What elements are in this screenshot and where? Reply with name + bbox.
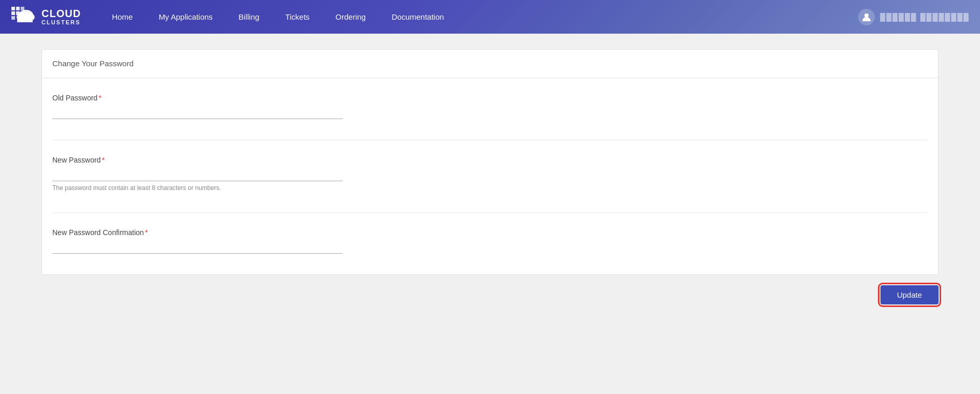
svg-rect-1: [16, 7, 20, 10]
page-content: Change Your Password Old Password* New P…: [0, 34, 980, 330]
nav-links: Home My Applications Billing Tickets Ord…: [112, 12, 858, 21]
old-password-input[interactable]: [52, 106, 343, 119]
brand-sub: CLUSTERS: [41, 19, 81, 25]
new-password-field: New Password* The password must contain …: [52, 156, 928, 192]
update-button[interactable]: Update: [880, 285, 939, 304]
field-divider-1: [52, 140, 928, 140]
card-header: Change Your Password: [42, 50, 938, 78]
confirm-password-label: New Password Confirmation*: [52, 228, 928, 237]
svg-rect-4: [21, 7, 24, 10]
brand-name: CLOUD: [41, 8, 81, 19]
new-password-input[interactable]: [52, 168, 343, 181]
user-avatar-icon[interactable]: [858, 9, 875, 25]
old-password-label: Old Password*: [52, 94, 928, 102]
nav-tickets[interactable]: Tickets: [285, 12, 309, 21]
confirm-password-required: *: [145, 228, 148, 237]
svg-rect-2: [11, 11, 15, 15]
confirm-password-field: New Password Confirmation*: [52, 228, 928, 254]
cloud-logo-icon: [10, 6, 36, 28]
nav-ordering[interactable]: Ordering: [335, 12, 365, 21]
nav-home[interactable]: Home: [112, 12, 133, 21]
card-body: Old Password* New Password* The password…: [42, 78, 938, 274]
svg-rect-9: [17, 17, 33, 22]
new-password-required: *: [102, 156, 104, 164]
svg-point-10: [864, 13, 869, 18]
change-password-card: Change Your Password Old Password* New P…: [41, 49, 939, 275]
navbar: CLOUD CLUSTERS Home My Applications Bill…: [0, 0, 980, 34]
nav-my-applications[interactable]: My Applications: [159, 12, 212, 21]
nav-billing[interactable]: Billing: [238, 12, 259, 21]
brand-logo-link[interactable]: CLOUD CLUSTERS: [10, 6, 81, 28]
old-password-field: Old Password*: [52, 94, 928, 119]
old-password-required: *: [98, 94, 101, 102]
navbar-right: ██████ ████████: [858, 9, 970, 25]
confirm-password-input[interactable]: [52, 241, 343, 254]
svg-rect-0: [11, 7, 15, 10]
new-password-hint: The password must contain at least 8 cha…: [52, 184, 928, 192]
brand-text: CLOUD CLUSTERS: [41, 8, 81, 25]
form-actions: Update: [41, 285, 939, 315]
svg-rect-5: [11, 16, 15, 20]
user-name: ██████ ████████: [880, 13, 970, 21]
person-icon: [861, 12, 872, 22]
nav-documentation[interactable]: Documentation: [392, 12, 444, 21]
card-title: Change Your Password: [52, 59, 134, 68]
new-password-label: New Password*: [52, 156, 928, 164]
field-divider-2: [52, 212, 928, 213]
